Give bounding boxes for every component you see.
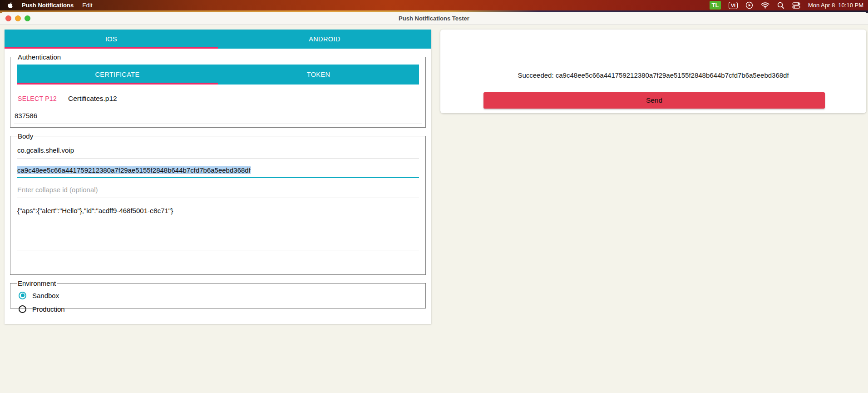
device-token-input[interactable]: ca9c48ee5c66a441759212380a7f29ae5155f284… bbox=[17, 166, 419, 178]
authentication-fieldset: Authentication CERTIFICATE TOKEN SELECT … bbox=[10, 53, 426, 128]
sandbox-radio-selected[interactable] bbox=[19, 292, 26, 299]
search-icon[interactable] bbox=[777, 2, 784, 9]
sandbox-radio-row[interactable]: Sandbox bbox=[17, 290, 419, 301]
collapse-id-input[interactable]: Enter collapse id (optional) bbox=[17, 186, 419, 198]
payload-textarea[interactable]: {"aps":{"alert":"Hello"},"id":"acdff9-46… bbox=[17, 207, 419, 250]
body-legend: Body bbox=[17, 132, 34, 140]
tab-android[interactable]: ANDROID bbox=[218, 30, 431, 49]
push-form-panel: IOS ANDROID Authentication CERTIFICATE T… bbox=[5, 30, 431, 324]
certificate-filename: Certificates.p12 bbox=[68, 95, 117, 103]
auth-method-tabbar: CERTIFICATE TOKEN bbox=[17, 65, 419, 85]
control-center-icon[interactable] bbox=[792, 2, 800, 9]
select-p12-button[interactable]: SELECT P12 bbox=[18, 95, 57, 102]
menu-bar-clock[interactable]: Mon Apr 8 10:10 PM bbox=[808, 2, 863, 9]
wifi-icon[interactable] bbox=[761, 2, 769, 9]
authentication-legend: Authentication bbox=[17, 53, 62, 61]
production-radio[interactable] bbox=[19, 305, 26, 313]
app-window: Push Notifications Tester IOS ANDROID Au… bbox=[0, 12, 868, 393]
production-radio-label: Production bbox=[32, 305, 65, 313]
tab-token[interactable]: TOKEN bbox=[218, 65, 419, 85]
result-panel: Succeeded: ca9c48ee5c66a441759212380a7f2… bbox=[440, 30, 866, 113]
passphrase-input[interactable]: 837586 bbox=[14, 112, 422, 124]
active-tab-indicator bbox=[5, 47, 218, 49]
sandbox-radio-label: Sandbox bbox=[32, 292, 59, 299]
send-button[interactable]: Send bbox=[483, 92, 825, 109]
body-fieldset: Body co.gcalls.shell.voip ca9c48ee5c66a4… bbox=[10, 132, 426, 275]
production-radio-row[interactable]: Production bbox=[17, 303, 419, 314]
tab-certificate[interactable]: CERTIFICATE bbox=[17, 65, 218, 85]
tl-app-status-icon[interactable]: TL bbox=[710, 1, 721, 10]
active-auth-tab-indicator bbox=[17, 83, 218, 85]
menu-item-edit[interactable]: Edit bbox=[82, 2, 92, 9]
menu-app-name[interactable]: Push Notifications bbox=[22, 2, 74, 9]
play-icon[interactable] bbox=[745, 1, 753, 9]
window-titlebar[interactable]: Push Notifications Tester bbox=[0, 12, 868, 25]
apple-menu-icon[interactable] bbox=[7, 2, 13, 9]
window-title: Push Notifications Tester bbox=[0, 12, 868, 25]
send-status-message: Succeeded: ca9c48ee5c66a441759212380a7f2… bbox=[440, 71, 866, 79]
environment-legend: Environment bbox=[17, 279, 57, 287]
tab-ios[interactable]: IOS bbox=[5, 30, 218, 49]
selected-token-text: ca9c48ee5c66a441759212380a7f29ae5155f284… bbox=[17, 166, 251, 174]
vi-input-source-icon[interactable]: VI bbox=[729, 2, 738, 9]
menu-bar: Push Notifications Edit TL VI Mon Apr 8 … bbox=[0, 0, 868, 10]
bundle-id-input[interactable]: co.gcalls.shell.voip bbox=[17, 146, 419, 159]
platform-tabbar: IOS ANDROID bbox=[5, 30, 431, 49]
environment-fieldset: Environment Sandbox Production bbox=[10, 279, 426, 308]
